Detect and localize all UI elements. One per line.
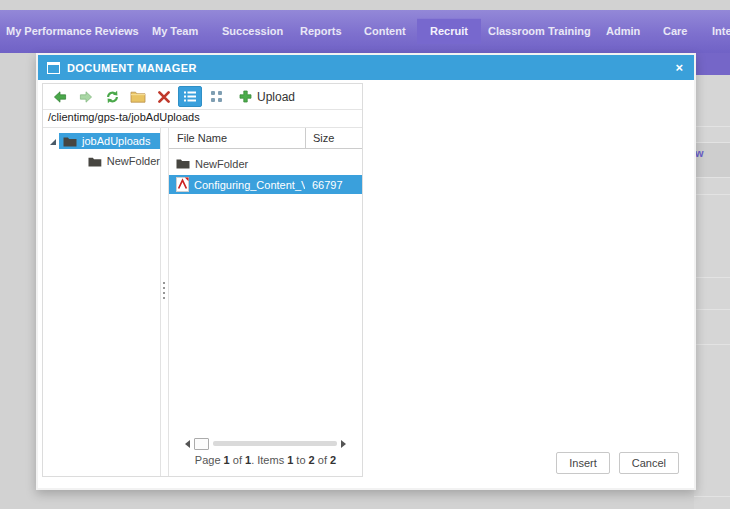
upload-plus-icon: [239, 90, 252, 103]
background-row: [694, 345, 730, 497]
nav-overflow-strip: [694, 53, 730, 75]
background-row: [694, 278, 730, 310]
scroll-left-icon[interactable]: [185, 440, 190, 448]
folder-tree: jobAdUploads NewFolder: [43, 128, 160, 476]
folder-icon: [176, 158, 190, 169]
top-nav-bar: My Performance Reviews My Team Successio…: [0, 10, 730, 53]
file-name: NewFolder: [195, 158, 305, 170]
file-list-rows: NewFolder Configuring: [169, 149, 362, 437]
nav-item-recruit-active[interactable]: Recruit: [417, 18, 481, 44]
tree-expander-icon[interactable]: [50, 139, 56, 145]
cancel-button[interactable]: Cancel: [619, 452, 679, 474]
nav-item-my-performance-reviews[interactable]: My Performance Reviews: [6, 18, 139, 44]
scroll-right-icon[interactable]: [341, 440, 346, 448]
insert-button[interactable]: Insert: [556, 452, 610, 474]
folder-icon: [88, 156, 102, 167]
upload-label: Upload: [257, 90, 295, 104]
list-view-icon[interactable]: [178, 86, 202, 107]
nav-item-admin[interactable]: Admin: [606, 18, 640, 44]
background-row: [694, 310, 730, 345]
forward-icon[interactable]: [73, 86, 99, 108]
tree-node-selected[interactable]: jobAdUploads: [59, 133, 160, 149]
file-size: 66797: [305, 179, 362, 191]
background-row: [694, 75, 730, 127]
pane-splitter[interactable]: [160, 128, 169, 476]
scrollbar-track[interactable]: [213, 441, 337, 446]
background-row: [694, 178, 730, 195]
file-explorer-panel: Upload /clientimg/gps-ta/jobAdUploads jo…: [42, 83, 363, 477]
window-icon: [47, 62, 60, 74]
nav-item-reports[interactable]: Reports: [300, 18, 342, 44]
tree-node-label: jobAdUploads: [82, 135, 151, 147]
dialog-titlebar[interactable]: DOCUMENT MANAGER ×: [38, 55, 694, 80]
upload-button[interactable]: Upload: [239, 90, 295, 104]
background-row: [694, 195, 730, 278]
file-list-header: File Name Size: [169, 128, 362, 149]
document-manager-dialog: DOCUMENT MANAGER ×: [36, 53, 696, 490]
background-page-strip: w: [694, 75, 730, 509]
dialog-body: Upload /clientimg/gps-ta/jobAdUploads jo…: [38, 80, 694, 488]
new-folder-icon[interactable]: [125, 86, 151, 108]
nav-item-care[interactable]: Care: [663, 18, 687, 44]
splitter-grip-icon: [163, 282, 165, 284]
nav-item-classroom-training[interactable]: Classroom Training: [488, 18, 591, 44]
file-name: Configuring_Content_Vendo: [194, 179, 305, 191]
file-list: File Name Size NewFolder: [169, 128, 362, 476]
tree-node-label: NewFolder: [107, 155, 160, 167]
nav-item-content[interactable]: Content: [364, 18, 406, 44]
column-header-size[interactable]: Size: [305, 128, 362, 148]
address-bar[interactable]: /clientimg/gps-ta/jobAdUploads: [43, 110, 362, 128]
nav-item-inte-truncated[interactable]: Inte: [712, 18, 730, 44]
column-header-file-name[interactable]: File Name: [169, 132, 305, 144]
delete-icon[interactable]: [151, 86, 177, 108]
nav-item-succession[interactable]: Succession: [222, 18, 283, 44]
tree-node-jobaduploads[interactable]: jobAdUploads: [43, 132, 160, 150]
tree-node-newfolder[interactable]: NewFolder: [88, 155, 160, 167]
explorer-toolbar: Upload: [43, 84, 362, 110]
background-row: [694, 127, 730, 143]
pager-status: Page 1 of 1. Items 1 to 2 of 2: [169, 450, 362, 476]
scrollbar-thumb[interactable]: [194, 438, 209, 450]
background-row: w: [694, 143, 730, 178]
file-row-newfolder[interactable]: NewFolder: [169, 155, 362, 172]
pdf-file-icon: [176, 177, 189, 192]
footer-buttons: Insert Cancel: [556, 452, 679, 474]
thumbnails-view-icon[interactable]: [203, 86, 229, 108]
file-row-selected-pdf[interactable]: Configuring_Content_Vendo 66797: [169, 175, 362, 194]
nav-item-my-team[interactable]: My Team: [152, 18, 198, 44]
back-icon[interactable]: [47, 86, 73, 108]
horizontal-scrollbar[interactable]: [185, 437, 346, 450]
panes-container: jobAdUploads NewFolder File Name: [43, 128, 362, 476]
refresh-icon[interactable]: [99, 86, 125, 108]
folder-icon: [63, 136, 77, 147]
close-icon[interactable]: ×: [673, 61, 685, 74]
dialog-title: DOCUMENT MANAGER: [67, 62, 673, 74]
